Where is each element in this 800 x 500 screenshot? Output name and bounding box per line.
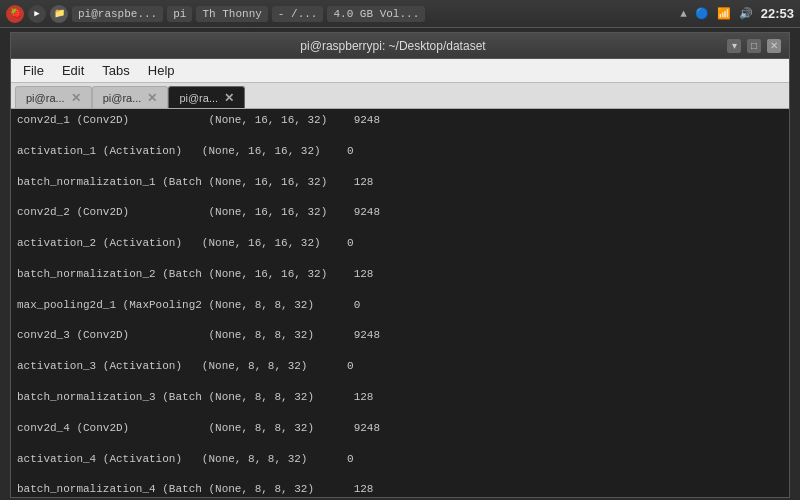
volume-icon: 🔊 bbox=[739, 7, 753, 20]
tab-1[interactable]: pi@ra... ✕ bbox=[15, 86, 92, 108]
tab-2[interactable]: pi@ra... ✕ bbox=[92, 86, 169, 108]
files-app[interactable]: - /... bbox=[272, 6, 324, 22]
tab-3-close[interactable]: ✕ bbox=[224, 91, 234, 105]
terminal-app-label: pi@raspbe... bbox=[78, 8, 157, 20]
terminal-output: conv2d_1 (Conv2D) (None, 16, 16, 32) 924… bbox=[17, 114, 512, 497]
menu-file[interactable]: File bbox=[15, 61, 52, 80]
eject-icon: ▲ bbox=[680, 8, 687, 20]
title-bar: pi@raspberrypi: ~/Desktop/dataset ▾ □ ✕ bbox=[11, 33, 789, 59]
window-title: pi@raspberrypi: ~/Desktop/dataset bbox=[59, 39, 727, 53]
taskbar-right: ▲ 🔵 📶 🔊 22:53 bbox=[680, 6, 794, 21]
raspberry-icon[interactable]: 🍓 bbox=[6, 5, 24, 23]
tabs-bar: pi@ra... ✕ pi@ra... ✕ pi@ra... ✕ bbox=[11, 83, 789, 109]
folder-app-label: pi bbox=[173, 8, 186, 20]
files-label: - /... bbox=[278, 8, 318, 20]
wifi-icon: 📶 bbox=[717, 7, 731, 20]
terminal-app-1[interactable]: pi@raspbe... bbox=[72, 6, 163, 22]
terminal-small-icon[interactable]: ▶ bbox=[28, 5, 46, 23]
tab-1-label: pi@ra... bbox=[26, 92, 65, 104]
menu-bar: File Edit Tabs Help bbox=[11, 59, 789, 83]
volume-app[interactable]: 4.0 GB Vol... bbox=[327, 6, 425, 22]
volume-label: 4.0 GB Vol... bbox=[333, 8, 419, 20]
tab-3-label: pi@ra... bbox=[179, 92, 218, 104]
minimize-button[interactable]: ▾ bbox=[727, 39, 741, 53]
menu-help[interactable]: Help bbox=[140, 61, 183, 80]
bluetooth-icon: 🔵 bbox=[695, 7, 709, 20]
tab-1-close[interactable]: ✕ bbox=[71, 91, 81, 105]
thonny-app[interactable]: Th Thonny bbox=[196, 6, 267, 22]
tab-2-label: pi@ra... bbox=[103, 92, 142, 104]
tab-3[interactable]: pi@ra... ✕ bbox=[168, 86, 245, 108]
taskbar-left: 🍓 ▶ 📁 pi@raspbe... pi Th Thonny - /... 4… bbox=[6, 5, 425, 23]
close-button[interactable]: ✕ bbox=[767, 39, 781, 53]
tab-2-close[interactable]: ✕ bbox=[147, 91, 157, 105]
taskbar: 🍓 ▶ 📁 pi@raspbe... pi Th Thonny - /... 4… bbox=[0, 0, 800, 28]
folder-small-icon[interactable]: 📁 bbox=[50, 5, 68, 23]
menu-edit[interactable]: Edit bbox=[54, 61, 92, 80]
terminal-window: pi@raspberrypi: ~/Desktop/dataset ▾ □ ✕ … bbox=[10, 32, 790, 498]
thonny-label: Th Thonny bbox=[202, 8, 261, 20]
title-controls: ▾ □ ✕ bbox=[727, 39, 781, 53]
clock: 22:53 bbox=[761, 6, 794, 21]
menu-tabs[interactable]: Tabs bbox=[94, 61, 137, 80]
folder-app[interactable]: pi bbox=[167, 6, 192, 22]
terminal-content[interactable]: conv2d_1 (Conv2D) (None, 16, 16, 32) 924… bbox=[11, 109, 789, 497]
maximize-button[interactable]: □ bbox=[747, 39, 761, 53]
